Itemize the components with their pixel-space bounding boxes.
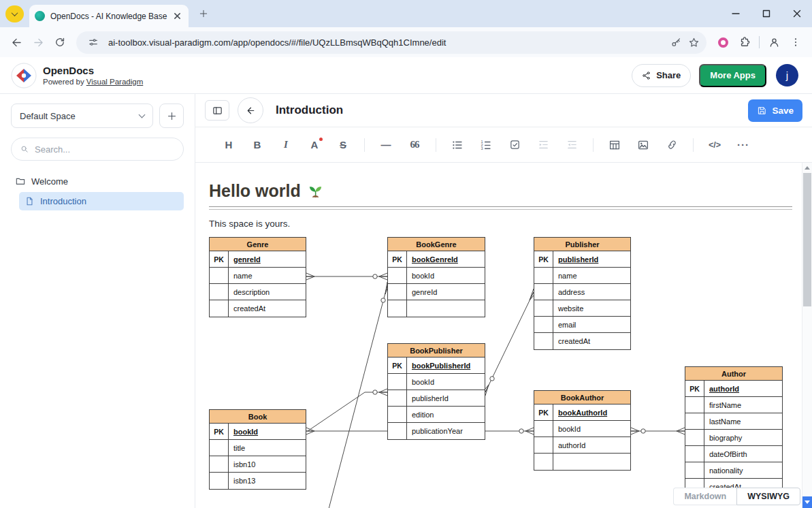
main-layout: Default Space Welcome Introduction: [0, 94, 812, 508]
opendocs-logo: [11, 63, 37, 89]
formatting-toolbar: H B I A S — 66 123 </> ···: [195, 127, 812, 162]
extensions-puzzle-icon[interactable]: [734, 31, 756, 53]
page-title: Introduction: [276, 104, 343, 117]
code-button[interactable]: </>: [704, 135, 725, 155]
url-text: ai-toolbox.visual-paradigm.com/app/opend…: [108, 37, 667, 48]
save-icon: [757, 106, 767, 116]
link-button[interactable]: [662, 135, 682, 155]
editor-mode-switch: Markdown WYSIWYG: [673, 488, 800, 505]
content-area: Introduction Save H B I A S — 66 123: [195, 94, 812, 508]
editor-viewport: Hello world This space is yours. GenrePK…: [195, 162, 812, 508]
tab-search-button[interactable]: [5, 5, 24, 22]
more-apps-button[interactable]: More Apps: [699, 64, 766, 87]
opendocs-favicon: [35, 11, 45, 21]
toggle-sidebar-button[interactable]: [205, 100, 229, 121]
er-table-Author: AuthorPKauthorIdfirstNamelastNamebiograp…: [685, 366, 783, 496]
er-table-Publisher: PublisherPKpublisherIdnameaddresswebsite…: [534, 237, 631, 350]
italic-button[interactable]: I: [276, 135, 296, 155]
browser-tab[interactable]: OpenDocs - AI Knowledge Base: [29, 5, 189, 27]
er-table-Genre: GenrePKgenreIdnamedescriptioncreatedAt: [209, 237, 306, 317]
profile-icon[interactable]: [763, 31, 785, 53]
space-selector[interactable]: Default Space: [11, 104, 153, 128]
indent-button[interactable]: [533, 135, 553, 155]
back-icon[interactable]: [5, 31, 27, 53]
toolbar-divider: [364, 138, 365, 152]
save-button[interactable]: Save: [748, 99, 802, 122]
site-settings-icon[interactable]: [84, 33, 102, 51]
search-input[interactable]: [35, 144, 175, 155]
table-button[interactable]: [604, 135, 625, 155]
doc-heading: Hello world: [209, 181, 792, 201]
er-table-Book: BookPKbookIdtitleisbn10isbn13: [209, 409, 306, 490]
editor-scrollbar[interactable]: [802, 163, 812, 508]
browser-navbar: ai-toolbox.visual-paradigm.com/app/opend…: [0, 27, 812, 57]
bold-button[interactable]: B: [247, 135, 267, 155]
heading-rule: [209, 206, 792, 210]
er-table-BookGenre: BookGenrePKbookGenreIdbookIdgenreId: [387, 237, 485, 317]
toolbar-divider: [693, 138, 694, 152]
outdent-button[interactable]: [562, 135, 582, 155]
add-space-button[interactable]: [159, 104, 184, 128]
folder-icon: [15, 176, 26, 187]
er-table-BookAuthor: BookAuthorPKbookAuthorIdbookIdauthorId: [534, 390, 631, 471]
blockquote-button[interactable]: 66: [404, 135, 425, 155]
svg-text:3: 3: [481, 146, 483, 150]
task-list-button[interactable]: [504, 135, 525, 155]
tree-folder-welcome[interactable]: Welcome: [11, 172, 184, 191]
forward-icon[interactable]: [27, 31, 49, 53]
color-dot: [319, 138, 323, 141]
toolbar-divider: [436, 138, 436, 152]
back-button[interactable]: [238, 97, 263, 123]
extension-pink-icon[interactable]: [712, 31, 734, 53]
browser-window: OpenDocs - AI Knowledge Base ai-toolbox.…: [0, 0, 812, 508]
er-connector: [308, 392, 387, 431]
browser-titlebar: OpenDocs - AI Knowledge Base: [0, 0, 812, 27]
powered-by: Powered byVisual Paradigm: [43, 78, 143, 86]
toolbar-divider: [593, 138, 594, 152]
window-controls: [720, 0, 812, 27]
doc-paragraph: This space is yours.: [209, 219, 792, 229]
wysiwyg-mode-button[interactable]: WYSIWYG: [736, 488, 800, 505]
markdown-mode-button[interactable]: Markdown: [673, 488, 736, 505]
scrollbar-thumb[interactable]: [803, 173, 811, 306]
scroll-up-arrow[interactable]: [802, 163, 812, 172]
maximize-button[interactable]: [751, 0, 781, 27]
scroll-down-button[interactable]: [802, 496, 812, 508]
text-color-button[interactable]: A: [304, 135, 325, 155]
app-name: OpenDocs: [43, 65, 143, 76]
er-connector: [328, 285, 387, 508]
chevron-down-icon: [12, 10, 18, 16]
image-button[interactable]: [633, 135, 653, 155]
sidebar: Default Space Welcome Introduction: [0, 94, 195, 508]
er-diagram[interactable]: GenrePKgenreIdnamedescriptioncreatedAtBo…: [209, 236, 792, 508]
more-tools-button[interactable]: ···: [733, 135, 753, 155]
minimize-button[interactable]: [720, 0, 751, 27]
bullet-list-button[interactable]: [447, 135, 468, 155]
heading-button[interactable]: H: [218, 135, 239, 155]
ordered-list-button[interactable]: 123: [476, 135, 496, 155]
close-button[interactable]: [781, 0, 812, 27]
reload-icon[interactable]: [49, 31, 71, 53]
tab-close-icon[interactable]: [171, 10, 183, 22]
chevron-down-icon: [139, 111, 146, 118]
seedling-emoji: [308, 183, 323, 199]
er-table-BookPublisher: BookPublisherPKbookPublisherIdbookIdpubl…: [387, 343, 485, 440]
share-button[interactable]: Share: [632, 64, 691, 87]
password-key-icon[interactable]: [667, 33, 685, 51]
tree-doc-introduction[interactable]: Introduction: [19, 192, 184, 210]
sidebar-search[interactable]: [11, 138, 184, 161]
document-tree: Welcome Introduction: [11, 172, 184, 210]
new-tab-button[interactable]: [195, 5, 212, 22]
address-bar[interactable]: ai-toolbox.visual-paradigm.com/app/opend…: [76, 31, 707, 54]
user-avatar[interactable]: j: [776, 64, 798, 86]
bookmark-star-icon[interactable]: [685, 33, 702, 51]
menu-dots-icon[interactable]: [785, 31, 807, 53]
tab-title: OpenDocs - AI Knowledge Base: [50, 12, 171, 21]
visual-paradigm-link[interactable]: Visual Paradigm: [86, 78, 144, 86]
strikethrough-button[interactable]: S: [333, 135, 353, 155]
navbar-divider: [759, 36, 760, 48]
horizontal-rule-button[interactable]: —: [376, 135, 396, 155]
document-canvas[interactable]: Hello world This space is yours. GenrePK…: [195, 163, 802, 508]
app-header: OpenDocs Powered byVisual Paradigm Share…: [0, 57, 812, 94]
brand-block: OpenDocs Powered byVisual Paradigm: [43, 65, 143, 86]
